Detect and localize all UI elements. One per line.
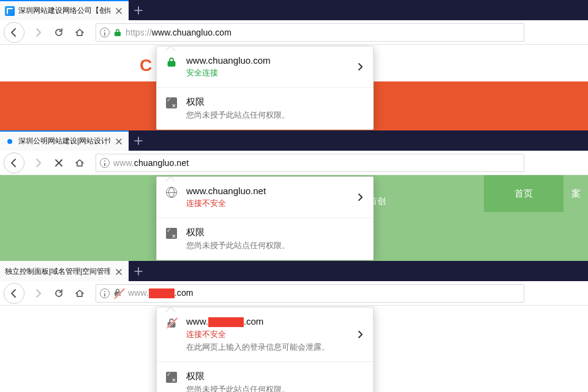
- permissions-text: 您尚未授予此站点任何权限。: [186, 110, 290, 121]
- tab-active[interactable]: 深圳网站建设网络公司【创络】: [0, 0, 129, 20]
- home-button[interactable]: [70, 153, 89, 173]
- permissions-title: 权限: [186, 371, 290, 382]
- lock-icon: [113, 28, 122, 37]
- nav-home-link[interactable]: 首页: [484, 175, 564, 212]
- nav-toolbar: www..com: [0, 281, 588, 306]
- forward-button[interactable]: [28, 153, 48, 173]
- page-content: 首创 首页 案 www.chuangluo.net 连接不安全 权限 您尚未授予…: [0, 175, 588, 261]
- permissions-title: 权限: [186, 96, 290, 108]
- identity-status: 连接不安全: [186, 198, 266, 209]
- reload-button[interactable]: [49, 23, 69, 42]
- home-button[interactable]: [70, 23, 89, 42]
- address-bar[interactable]: https://www.chuangluo.com: [96, 23, 524, 42]
- permissions-icon: [165, 372, 178, 383]
- favicon-icon: [5, 6, 15, 16]
- close-tab-button[interactable]: [114, 267, 124, 277]
- url-text: www..com: [128, 288, 194, 298]
- back-button[interactable]: [4, 22, 24, 43]
- tab-strip: 深圳公明网站建设|网站设计制: [0, 130, 588, 151]
- forward-button[interactable]: [28, 284, 48, 303]
- identity-host: www..com: [186, 316, 330, 327]
- page-content: www..com 连接不安全 在此网页上输入的登录信息可能会泄露。 权限 您尚未…: [0, 306, 588, 392]
- insecure-lock-icon: [113, 288, 124, 299]
- close-tab-button[interactable]: [114, 6, 124, 16]
- url-text: www.chuangluo.net: [113, 158, 189, 168]
- home-button[interactable]: [70, 284, 89, 303]
- permissions-title: 权限: [186, 227, 290, 238]
- tab-active[interactable]: 深圳公明网站建设|网站设计制: [0, 130, 129, 151]
- site-info-icon[interactable]: [100, 158, 110, 168]
- url-text: https://www.chuangluo.com: [126, 28, 232, 37]
- new-tab-button[interactable]: [129, 0, 148, 20]
- reload-button[interactable]: [49, 284, 69, 303]
- identity-warning: 在此网页上输入的登录信息可能会泄露。: [186, 342, 330, 353]
- back-button[interactable]: [4, 153, 24, 173]
- site-identity-popup: www..com 连接不安全 在此网页上输入的登录信息可能会泄露。 权限 您尚未…: [156, 307, 374, 392]
- permissions-text: 您尚未授予此站点任何权限。: [186, 385, 290, 392]
- new-tab-button[interactable]: [129, 130, 148, 151]
- stop-button[interactable]: [49, 153, 69, 173]
- permissions-row: 权限 您尚未授予此站点任何权限。: [157, 361, 373, 392]
- tab-strip: 深圳网站建设网络公司【创络】: [0, 0, 588, 20]
- identity-row[interactable]: www.chuangluo.com 安全连接: [157, 47, 373, 87]
- tab-title: 深圳公明网站建设|网站设计制: [18, 136, 110, 146]
- permissions-icon: [165, 97, 178, 108]
- loading-icon: [5, 137, 15, 146]
- permissions-text: 您尚未授予此站点任何权限。: [186, 241, 290, 251]
- chevron-right-icon: [356, 193, 364, 202]
- chevron-right-icon: [356, 330, 364, 339]
- chevron-right-icon: [356, 62, 364, 71]
- nav-cases-link[interactable]: 案: [564, 175, 588, 212]
- forward-button[interactable]: [28, 23, 48, 42]
- insecure-lock-icon: [165, 317, 178, 328]
- brand-letter: C: [140, 56, 152, 75]
- back-button[interactable]: [4, 283, 24, 304]
- redacted-text: [208, 317, 244, 327]
- nav-toolbar: www.chuangluo.net: [0, 151, 588, 175]
- new-tab-button[interactable]: [129, 261, 148, 281]
- lock-icon: [165, 56, 178, 67]
- browser-window-3: 独立控制面板|域名管理|空间管理| www..com www..com 连接不安…: [0, 261, 588, 392]
- site-info-icon[interactable]: [100, 288, 110, 298]
- site-info-icon[interactable]: [100, 28, 110, 37]
- redacted-text: [149, 288, 175, 298]
- page-content: C www.chuangluo.com 安全连接 权限 您尚未授予此站点任何权限…: [0, 45, 588, 130]
- browser-window-1: 深圳网站建设网络公司【创络】 https://www.chuangluo.com…: [0, 0, 588, 130]
- permissions-row: 权限 您尚未授予此站点任何权限。: [157, 217, 373, 260]
- address-bar[interactable]: www..com: [96, 284, 524, 303]
- address-bar[interactable]: www.chuangluo.net: [96, 154, 524, 172]
- close-tab-button[interactable]: [114, 137, 124, 146]
- globe-icon: [165, 187, 178, 198]
- identity-row[interactable]: www.chuangluo.net 连接不安全: [157, 177, 373, 217]
- tab-active[interactable]: 独立控制面板|域名管理|空间管理|: [0, 261, 129, 281]
- tab-title: 独立控制面板|域名管理|空间管理|: [5, 266, 110, 277]
- tab-strip: 独立控制面板|域名管理|空间管理|: [0, 261, 588, 281]
- identity-status: 安全连接: [186, 68, 271, 78]
- browser-window-2: 深圳公明网站建设|网站设计制 www.chuangluo.net 首创 首页 案…: [0, 130, 588, 261]
- site-identity-popup: www.chuangluo.net 连接不安全 权限 您尚未授予此站点任何权限。: [156, 176, 374, 260]
- permissions-icon: [165, 228, 178, 239]
- identity-status: 连接不安全: [186, 330, 330, 340]
- identity-host: www.chuangluo.com: [186, 55, 271, 66]
- permissions-row: 权限 您尚未授予此站点任何权限。: [157, 87, 373, 129]
- nav-toolbar: https://www.chuangluo.com: [0, 20, 588, 45]
- site-identity-popup: www.chuangluo.com 安全连接 权限 您尚未授予此站点任何权限。: [156, 46, 374, 130]
- identity-row[interactable]: www..com 连接不安全 在此网页上输入的登录信息可能会泄露。: [157, 307, 373, 361]
- tab-title: 深圳网站建设网络公司【创络】: [18, 6, 110, 16]
- identity-host: www.chuangluo.net: [186, 186, 266, 196]
